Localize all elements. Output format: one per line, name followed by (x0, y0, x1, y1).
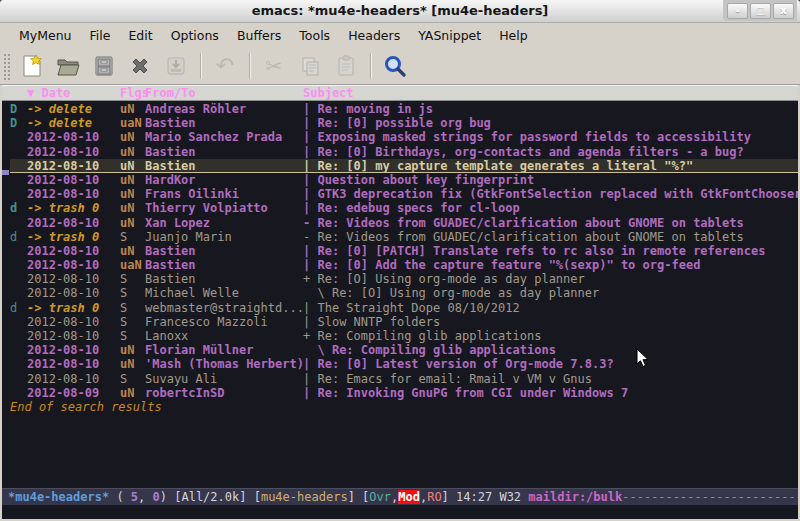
message-row[interactable]: 2012-08-10 uN Xan Lopez - Re: Videos fro… (10, 216, 798, 230)
message-row[interactable]: 2012-08-10 uN Bastien | Re: [0] my captu… (10, 159, 798, 173)
message-row[interactable]: d -> trash 0 uN Thierry Volpiatto | Re: … (10, 201, 798, 215)
from: Florian Müllner (145, 343, 303, 357)
mark-char (10, 159, 27, 172)
menu-mymenu[interactable]: MyMenu (10, 25, 81, 46)
message-row[interactable]: D -> delete uN Andreas Röhler | Re: movi… (10, 102, 798, 116)
message-row[interactable]: 2012-08-10 S Michael Welle \ Re: [O] Usi… (10, 286, 798, 300)
from: Lanoxx (145, 329, 303, 343)
column-from-to[interactable]: From/To (145, 86, 303, 100)
undo-icon[interactable]: ↶ (210, 51, 240, 81)
thread-char: | (303, 145, 317, 159)
thread-char: | (303, 315, 317, 329)
message-row[interactable]: 2012-08-10 S Lanoxx + Re: Compiling glib… (10, 329, 798, 343)
echo-area[interactable] (2, 505, 798, 519)
close-buffer-icon[interactable] (125, 51, 155, 81)
new-file-icon[interactable] (17, 51, 47, 81)
message-row[interactable]: 2012-08-10 S Bastien + Re: [O] Using org… (10, 272, 798, 286)
message-row[interactable]: D -> delete uaN Bastien | Re: [0] possib… (10, 116, 798, 130)
message-row[interactable]: 2012-08-10 uN Bastien | Re: [0] [PATCH] … (10, 244, 798, 258)
date-or-action: 2012-08-10 (27, 130, 120, 144)
message-row[interactable]: 2012-08-10 uN 'Mash (Thomas Herbert) | R… (10, 357, 798, 371)
from: webmaster@straightd... (145, 301, 303, 315)
column-subject[interactable]: Subject (303, 86, 354, 100)
message-row[interactable]: 2012-08-10 uN HardKor | Question about k… (10, 173, 798, 187)
date-or-action: 2012-08-10 (27, 272, 120, 286)
flags: uN (120, 187, 145, 201)
date-or-action: -> trash 0 (27, 230, 120, 244)
date-or-action: 2012-08-10 (27, 145, 120, 159)
paste-icon[interactable] (331, 51, 361, 81)
copy-icon[interactable] (295, 51, 325, 81)
from: Suvayu Ali (145, 372, 303, 386)
toolbar-separator (200, 53, 201, 79)
subject: The Straight Dope 08/10/2012 (317, 301, 798, 315)
menu-edit[interactable]: Edit (119, 25, 161, 46)
toolbar-separator (370, 53, 371, 79)
thread-char: | (303, 301, 317, 315)
subject: Exposing masked strings for password fie… (317, 130, 798, 144)
date-or-action: 2012-08-10 (27, 187, 120, 201)
subject: Re: edebug specs for cl-loop (317, 201, 798, 215)
flags: uN (120, 357, 145, 371)
menu-help[interactable]: Help (490, 25, 537, 46)
column-date[interactable]: ▼ Date (27, 86, 120, 100)
menu-headers[interactable]: Headers (339, 25, 409, 46)
message-row[interactable]: 2012-08-10 S Suvayu Ali | Re: Emacs for … (10, 372, 798, 386)
open-file-icon[interactable] (53, 51, 83, 81)
thread-char: | (303, 386, 317, 400)
subject: Slow NNTP folders (317, 315, 798, 329)
mark-char (10, 343, 27, 357)
flags: uN (120, 145, 145, 159)
thread-char: + (303, 329, 317, 343)
mark-char: D (10, 102, 27, 116)
message-row[interactable]: 2012-08-10 uaN Bastien | Re: [0] Add the… (10, 258, 798, 272)
date-or-action: 2012-08-10 (27, 357, 120, 371)
subject: Re: [0] possible org bug (317, 116, 798, 130)
flags: uN (120, 343, 145, 357)
message-row[interactable]: 2012-08-09 uN robertcInSD | Re: Invoking… (10, 386, 798, 400)
menu-yasnippet[interactable]: YASnippet (409, 25, 490, 46)
title-bar[interactable]: emacs: *mu4e-headers* [mu4e-headers] - □… (0, 0, 800, 23)
modeline-ro: RO (427, 490, 441, 504)
close-icon[interactable]: x (773, 3, 794, 19)
menu-tools[interactable]: Tools (290, 25, 339, 46)
message-row[interactable]: 2012-08-10 S Francesco Mazzoli | Slow NN… (10, 315, 798, 329)
modeline-minor: mu4e-headers (261, 490, 348, 504)
menu-buffers[interactable]: Buffers (228, 25, 290, 46)
from: Mario Sanchez Prada (145, 130, 303, 144)
message-row[interactable]: 2012-08-10 uN Bastien | Re: [0] Birthday… (10, 145, 798, 159)
message-row[interactable]: 2012-08-10 uN Florian Müllner \ Re: Comp… (10, 343, 798, 357)
mark-char (10, 130, 27, 144)
date-or-action: 2012-08-10 (27, 286, 120, 300)
message-row[interactable]: d -> trash 0 S webmaster@straightd... | … (10, 301, 798, 315)
date-or-action: 2012-08-10 (27, 258, 120, 272)
thread-char: - (303, 230, 317, 244)
subject: Re: [0] Add the capture feature "%(sexp)… (317, 258, 798, 272)
cut-icon[interactable]: ✂ (259, 51, 289, 81)
subject: Re: [0] Latest version of Org-mode 7.8.3… (317, 357, 798, 371)
maximize-icon[interactable]: □ (750, 3, 771, 19)
mark-char (10, 244, 27, 258)
mark-char (10, 315, 27, 329)
date-or-action: -> delete (27, 102, 120, 116)
thread-char: | (303, 159, 317, 172)
flags: uN (120, 216, 145, 230)
menu-file[interactable]: File (81, 25, 120, 46)
toolbar-drag-handle[interactable] (2, 52, 10, 80)
search-icon[interactable] (380, 51, 410, 81)
subject: Re: Compiling glib applications (317, 329, 798, 343)
flags: uaN (120, 116, 145, 130)
flags: uN (120, 102, 145, 116)
message-row[interactable]: 2012-08-10 uN Mario Sanchez Prada | Expo… (10, 130, 798, 144)
from: Bastien (145, 244, 303, 258)
dired-icon[interactable] (89, 51, 119, 81)
message-row[interactable]: 2012-08-10 uN Frans Oilinki | GTK3 depre… (10, 187, 798, 201)
mark-char (10, 386, 27, 400)
date-or-action: -> delete (27, 116, 120, 130)
column-flags[interactable]: Flgs (120, 86, 145, 100)
save-buffer-icon[interactable] (161, 51, 191, 81)
flags: S (120, 272, 145, 286)
minimize-icon[interactable]: - (727, 3, 748, 19)
message-row[interactable]: d -> trash 0 S Juanjo Marin - Re: Videos… (10, 230, 798, 244)
menu-options[interactable]: Options (162, 25, 228, 46)
